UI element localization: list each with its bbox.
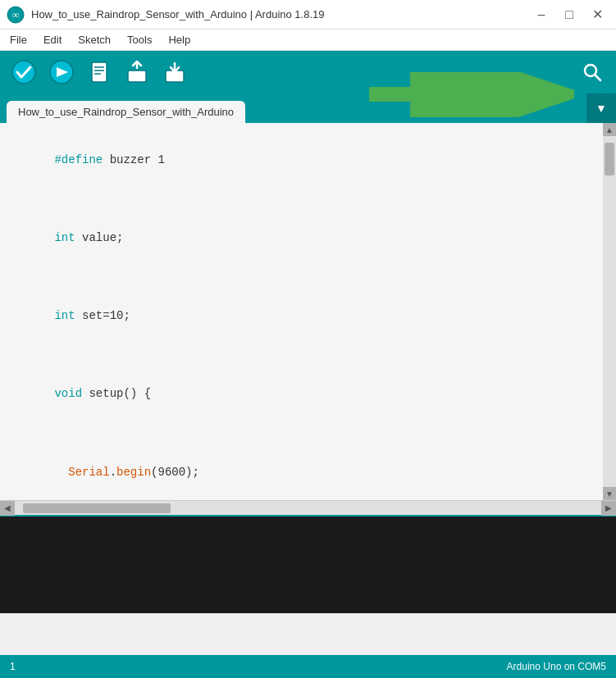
new-file-icon (86, 59, 112, 85)
upload-button[interactable] (44, 55, 79, 89)
menu-file[interactable]: File (3, 32, 34, 48)
code-line-5: Serial.begin(9600); (13, 444, 590, 500)
kw-int-1: int (54, 231, 75, 244)
kw-serial: Serial (68, 466, 109, 479)
code-line-blank-1 (13, 189, 590, 209)
code-editor[interactable]: #define buzzer 1 int value; int set=10; … (0, 123, 603, 500)
status-bar: 1 Arduino Uno on COM5 (0, 655, 616, 678)
search-button[interactable] (575, 55, 609, 89)
save-button[interactable] (157, 55, 192, 89)
code-line-2: int value; (13, 209, 590, 267)
kw-define: #define (54, 153, 103, 166)
title-bar-left: ∞ How_to_use_Raindrop_Sensor_with_Arduin… (7, 6, 325, 24)
code-line-4: void setup() { (13, 366, 590, 424)
kw-void: void (54, 387, 82, 400)
search-icon (581, 61, 604, 84)
verify-icon (11, 59, 37, 85)
tabs-dropdown-button[interactable]: ▼ (586, 93, 616, 123)
code-line-3: int set=10; (13, 287, 590, 345)
board-info: Arduino Uno on COM5 (507, 661, 606, 672)
svg-line-14 (595, 75, 601, 81)
svg-rect-5 (92, 62, 107, 82)
scroll-down-button[interactable]: ▼ (603, 487, 616, 500)
kw-begin: begin (116, 466, 151, 479)
open-icon (124, 59, 150, 85)
new-button[interactable] (82, 55, 116, 89)
close-button[interactable]: ✕ (585, 5, 609, 25)
scroll-thumb-horizontal[interactable] (23, 503, 171, 513)
code-line-1: #define buzzer 1 (13, 131, 590, 189)
tab-label: How_to_use_Raindrop_Sensor_with_Arduino (18, 106, 234, 118)
minimize-button[interactable]: – (529, 5, 554, 25)
menu-help[interactable]: Help (162, 32, 197, 48)
scroll-up-button[interactable]: ▲ (603, 123, 616, 136)
console-area (0, 515, 616, 613)
scroll-track-horizontal (15, 501, 601, 515)
toolbar (0, 51, 616, 93)
upload-icon (48, 59, 75, 85)
window-title: How_to_use_Raindrop_Sensor_with_Arduino … (31, 8, 325, 20)
code-line-blank-3 (13, 346, 590, 366)
title-bar-controls: – □ ✕ (529, 5, 609, 25)
svg-point-2 (12, 61, 35, 84)
menu-tools[interactable]: Tools (121, 32, 158, 48)
save-icon (162, 59, 188, 85)
editor-area: #define buzzer 1 int value; int set=10; … (0, 123, 616, 500)
open-button[interactable] (120, 55, 154, 89)
code-line-blank-4 (13, 424, 590, 444)
vertical-scrollbar[interactable]: ▲ ▼ (603, 123, 616, 500)
code-line-blank-2 (13, 268, 590, 288)
arduino-logo-icon: ∞ (7, 6, 25, 24)
svg-rect-9 (128, 71, 146, 82)
scroll-right-button[interactable]: ▶ (601, 501, 616, 516)
svg-text:∞: ∞ (12, 9, 20, 20)
line-number: 1 (10, 661, 16, 672)
kw-int-2: int (54, 309, 75, 322)
menu-sketch[interactable]: Sketch (71, 32, 117, 48)
verify-button[interactable] (7, 55, 41, 89)
active-tab[interactable]: How_to_use_Raindrop_Sensor_with_Arduino (7, 101, 245, 123)
menu-bar: File Edit Sketch Tools Help (0, 30, 616, 51)
scroll-track-vertical (603, 136, 616, 487)
horizontal-scrollbar[interactable]: ◀ ▶ (0, 500, 616, 515)
title-bar: ∞ How_to_use_Raindrop_Sensor_with_Arduin… (0, 0, 616, 30)
tabs-dropdown-icon: ▼ (595, 102, 607, 115)
scroll-thumb-vertical[interactable] (605, 143, 614, 175)
menu-edit[interactable]: Edit (37, 32, 68, 48)
maximize-button[interactable]: □ (557, 5, 582, 25)
tabs-bar: How_to_use_Raindrop_Sensor_with_Arduino … (0, 93, 616, 123)
scroll-left-button[interactable]: ◀ (0, 501, 15, 516)
